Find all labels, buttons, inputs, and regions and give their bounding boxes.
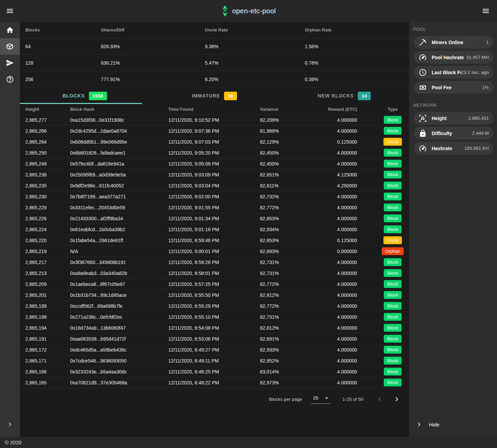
table-row[interactable]: 2,865,2660x2dc4295d...2dae0a870412/11/20… <box>20 126 409 136</box>
table-row[interactable]: 2,865,2480x57fec60f...da616e941a12/11/20… <box>20 158 409 169</box>
nav-payments[interactable] <box>0 55 20 71</box>
type-badge: Block <box>384 149 402 157</box>
cell-reward: 4.000000 <box>325 336 357 342</box>
luck-stats-table: BlocksShares/DiffUncle RateOrphan Rate64… <box>20 22 409 88</box>
table-row[interactable]: 2,865,2300x7b8f7199...aea377a27112/11/20… <box>20 191 409 202</box>
etc-logo-icon <box>221 5 228 17</box>
table-row[interactable]: 2,865,1710x7cdce548...363609305012/11/20… <box>20 355 409 366</box>
cell-block-hash: 0x21493300...af2ff9ba34 <box>70 216 168 221</box>
tab-label: NEW BLOCKS <box>318 93 354 98</box>
cell-height: 2,865,220 <box>25 238 70 243</box>
cell-variance: 82,450% <box>260 150 325 156</box>
stats-cell: 0.39% <box>305 77 409 82</box>
hide-sidebar-button[interactable]: Hide <box>409 416 497 433</box>
table-row[interactable]: 2,865,2090x1aebeca8...8f67c05e8712/11/20… <box>20 279 409 290</box>
cell-block-hash: 0x3311efec...20453d0e59 <box>70 205 168 210</box>
cell-height: 2,865,166 <box>25 369 70 374</box>
cell-height: 2,865,235 <box>25 183 70 188</box>
table-row[interactable]: 2,865,2350x9df2e98e...811fc4005212/11/20… <box>20 180 409 191</box>
network-items: Height2,865,431Difficulty2.449 MHashrate… <box>409 112 497 155</box>
menu-right-icon[interactable] <box>478 3 493 18</box>
type-badge: Block <box>384 203 402 211</box>
blocks-column-header: Height <box>25 107 70 112</box>
table-row[interactable]: 2,865,2130xa9a8eab3...03a340a82b12/11/20… <box>20 268 409 279</box>
pool-item-miners-online[interactable]: Miners Online1 <box>414 36 494 49</box>
cell-block-hash: 0x3233243e...b5a4aa30dc <box>70 369 168 374</box>
tab-new-blocks[interactable]: NEW BLOCKS14 <box>279 88 409 104</box>
stats-row: 128836.21%5.47%0.78% <box>20 55 409 71</box>
table-row[interactable]: 2,865,2360x25095f69...a0d39e9e5a12/11/20… <box>20 169 409 180</box>
menu-icon[interactable] <box>2 3 17 18</box>
cell-height: 2,865,191 <box>25 336 70 342</box>
nav-blocks[interactable] <box>0 38 20 55</box>
cell-variance: 82,450% <box>260 161 325 167</box>
tab-label: BLOCKS <box>63 93 85 98</box>
table-row[interactable]: 2,865,1910xaa063539...b95d41d72f12/11/20… <box>20 333 409 344</box>
cell-reward: 0.125000 <box>325 238 357 243</box>
cell-reward: 4.000000 <box>325 292 357 298</box>
cell-reward: 4.000000 <box>325 150 357 156</box>
network-item-hashrate[interactable]: Hashrate185.561 KH <box>414 142 494 155</box>
pool-item-pool-hashrate[interactable]: Pool Hashrate31.457 MH <box>414 51 494 64</box>
network-item-height[interactable]: Height2,865,431 <box>414 112 494 124</box>
type-badge: Block <box>384 324 402 332</box>
cell-block-hash: 0xa9a8eab3...03a340a82b <box>70 271 168 276</box>
stats-cell: 128 <box>25 60 101 66</box>
cell-time-found: 12/11/2020, 8:59:28 PM <box>168 260 260 265</box>
table-row[interactable]: 2,865,1660x3233243e...b5a4aa30dc12/11/20… <box>20 366 409 377</box>
pool-item-last-block-fo…[interactable]: Last Block Fo…23.2 sec. ago <box>414 66 494 79</box>
table-row[interactable]: 2,865,2770xa15d3f38...0e31f1908c12/11/20… <box>20 115 409 126</box>
table-row[interactable]: 2,865,219N/A12/11/2020, 9:00:01 PM82,893… <box>20 246 409 257</box>
table-row[interactable]: 2,865,2500x6b801826...fa9adcaee112/11/20… <box>20 147 409 158</box>
table-row[interactable]: 2,865,2640xb08dd0b1...99e066d95e12/11/20… <box>20 136 409 147</box>
table-row[interactable]: 2,865,1940x18d734a9...13b6060f4712/11/20… <box>20 322 409 333</box>
network-section-title: NETWORK <box>413 103 497 108</box>
stats-cell: 64 <box>25 44 101 49</box>
cell-height: 2,865,199 <box>25 303 70 309</box>
table-row[interactable]: 2,865,2290x3311efec...20453d0e5912/11/20… <box>20 202 409 213</box>
blocks-column-header: Block Hash <box>70 107 168 112</box>
cell-variance: 82,731% <box>260 271 325 276</box>
stats-column-header: Blocks <box>25 27 101 32</box>
table-row[interactable]: 2,865,2170x3f367660...345806b19112/11/20… <box>20 257 409 268</box>
cell-time-found: 12/11/2020, 8:57:25 PM <box>168 281 260 287</box>
table-row[interactable]: 2,865,1650xa70621d9...37e305468a12/11/20… <box>20 377 409 388</box>
per-page-select[interactable]: 25 <box>311 395 331 404</box>
left-nav-expand[interactable] <box>0 416 20 433</box>
table-row[interactable]: 2,865,2010x1b31b734...69c1d45ace12/11/20… <box>20 290 409 301</box>
cell-time-found: 12/11/2020, 8:48:22 PM <box>168 380 260 385</box>
tab-label: IMMATURE <box>192 93 220 98</box>
stats-cell: 5.47% <box>205 60 305 66</box>
table-row[interactable]: 2,865,1980x271a236c...0efcfdf2ec12/11/20… <box>20 312 409 322</box>
stats-cell: 256 <box>25 77 101 82</box>
prev-page-button[interactable] <box>373 392 387 406</box>
copyright-text: © 2020 <box>5 439 22 445</box>
tab-blocks[interactable]: BLOCKS1558 <box>20 88 149 104</box>
cell-variance: 82,731% <box>260 260 325 265</box>
pool-item-pool-fee[interactable]: Pool Fee1% <box>414 81 494 94</box>
table-row[interactable]: 2,865,1990xccdf562f...69a698b7fe12/11/20… <box>20 301 409 312</box>
type-badge: Block <box>384 214 402 222</box>
stat-value: 31.457 MH <box>466 55 494 60</box>
table-row[interactable]: 2,865,2200x1fabe54a...2661de81ff12/11/20… <box>20 235 409 246</box>
stats-column-header: Orphan Rate <box>305 27 409 32</box>
cell-height: 2,865,264 <box>25 139 70 145</box>
stat-label: Miners Online <box>432 40 486 45</box>
table-row[interactable]: 2,865,1720xdc465d5a...a58beb436c12/11/20… <box>20 344 409 355</box>
stats-cell: 1.56% <box>305 44 409 49</box>
table-row[interactable]: 2,865,2260x21493300...af2ff9ba3412/11/20… <box>20 213 409 224</box>
nav-help[interactable] <box>0 71 20 88</box>
nav-home[interactable] <box>0 22 20 38</box>
network-item-difficulty[interactable]: Difficulty2.449 M <box>414 127 494 140</box>
table-row[interactable]: 2,865,2240x61eabfcd...1b0cba39b212/11/20… <box>20 224 409 235</box>
tab-immature[interactable]: IMMATURE16 <box>149 88 279 104</box>
main-content: BlocksShares/DiffUncle RateOrphan Rate64… <box>20 22 409 437</box>
per-page-label: Blocks per page <box>269 397 302 402</box>
next-page-button[interactable] <box>390 392 404 406</box>
chevron-right-icon <box>6 421 14 428</box>
cell-block-hash: 0xa70621d9...37e305468a <box>70 380 168 385</box>
type-badge: Block <box>384 171 402 179</box>
cell-block-hash: 0x1aebeca8...8f67c05e87 <box>70 281 168 287</box>
cell-variance: 82,893% <box>260 249 325 254</box>
cell-variance: 82,731% <box>260 314 325 320</box>
